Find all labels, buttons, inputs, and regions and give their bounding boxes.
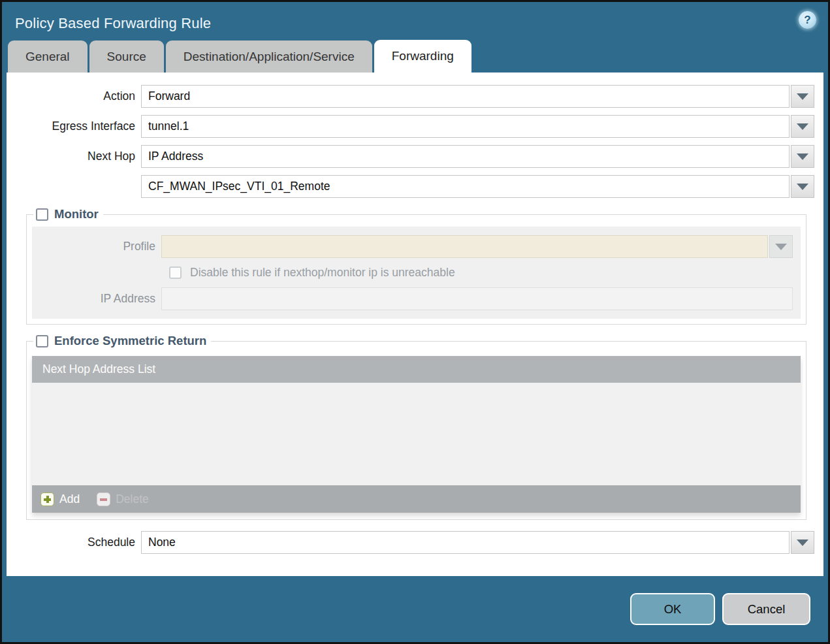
disable-rule-row: Disable this rule if nexthop/monitor ip …	[169, 266, 793, 280]
help-icon[interactable]: ?	[799, 11, 816, 29]
tab-bar: General Source Destination/Application/S…	[2, 40, 828, 72]
profile-label: Profile	[40, 240, 161, 253]
monitor-ip-address-label: IP Address	[40, 292, 161, 306]
next-hop-address-list-body[interactable]	[32, 383, 801, 485]
schedule-label: Schedule	[13, 536, 141, 549]
chevron-down-icon	[797, 123, 808, 130]
next-hop-row: Next Hop IP Address	[13, 145, 814, 168]
monitor-checkbox[interactable]	[36, 208, 48, 221]
profile-select	[161, 235, 768, 258]
tab-forwarding[interactable]: Forwarding	[374, 40, 471, 72]
egress-interface-dropdown-button[interactable]	[791, 115, 814, 138]
next-hop-address-list-header: Next Hop Address List	[32, 356, 801, 383]
schedule-dropdown-button[interactable]	[791, 531, 814, 554]
policy-based-forwarding-rule-dialog: Policy Based Forwarding Rule ? General S…	[0, 0, 830, 644]
monitor-ip-address-input	[161, 287, 793, 310]
enforce-symmetric-return-legend-label: Enforce Symmetric Return	[54, 334, 206, 348]
titlebar: Policy Based Forwarding Rule ?	[2, 2, 828, 40]
forwarding-tab-content: Action Forward Egress Interface tunnel.1…	[7, 72, 823, 576]
monitor-panel: Profile Disable this rule if nexthop/mon…	[32, 227, 801, 319]
delete-button-label: Delete	[116, 492, 149, 506]
monitor-legend-label: Monitor	[54, 207, 99, 221]
cancel-button[interactable]: Cancel	[722, 593, 810, 625]
monitor-fieldset: Monitor Profile Disable this rule if nex…	[26, 207, 806, 325]
next-hop-label: Next Hop	[13, 150, 141, 163]
egress-interface-label: Egress Interface	[13, 120, 141, 133]
next-hop-address-dropdown-button[interactable]	[791, 175, 814, 198]
chevron-down-icon	[797, 93, 808, 100]
disable-rule-label: Disable this rule if nexthop/monitor ip …	[190, 266, 455, 280]
schedule-row: Schedule None	[13, 531, 814, 554]
delete-button: Delete	[97, 492, 149, 506]
action-select[interactable]: Forward	[141, 85, 790, 108]
next-hop-address-select[interactable]: CF_MWAN_IPsec_VTI_01_Remote	[141, 175, 790, 198]
dialog-title: Policy Based Forwarding Rule	[15, 15, 211, 32]
next-hop-address-row: CF_MWAN_IPsec_VTI_01_Remote	[13, 175, 814, 198]
egress-interface-select[interactable]: tunnel.1	[141, 115, 790, 138]
next-hop-dropdown-button[interactable]	[791, 145, 814, 168]
tab-destination-application-service[interactable]: Destination/Application/Service	[166, 40, 372, 72]
enforce-symmetric-return-legend: Enforce Symmetric Return	[33, 334, 211, 348]
add-button[interactable]: Add	[40, 492, 80, 506]
monitor-ip-address-row: IP Address	[40, 287, 793, 310]
add-button-label: Add	[59, 492, 80, 506]
monitor-legend: Monitor	[33, 207, 103, 221]
profile-row: Profile	[40, 235, 793, 258]
next-hop-address-list-footer: Add Delete	[32, 485, 801, 513]
disable-rule-checkbox	[169, 266, 182, 279]
minus-icon	[97, 492, 110, 506]
ok-button[interactable]: OK	[630, 593, 715, 625]
dialog-footer: OK Cancel	[2, 576, 828, 642]
plus-icon	[40, 492, 54, 506]
next-hop-type-select[interactable]: IP Address	[141, 145, 790, 168]
schedule-select[interactable]: None	[141, 531, 790, 554]
enforce-symmetric-return-fieldset: Enforce Symmetric Return Next Hop Addres…	[26, 334, 806, 520]
chevron-down-icon	[797, 539, 808, 546]
chevron-down-icon	[775, 244, 787, 250]
action-label: Action	[13, 89, 141, 103]
enforce-symmetric-return-checkbox[interactable]	[36, 335, 48, 347]
tab-source[interactable]: Source	[89, 40, 164, 72]
action-row: Action Forward	[13, 85, 814, 108]
chevron-down-icon	[797, 153, 808, 160]
next-hop-address-list-table: Next Hop Address List Add Delete	[32, 356, 801, 513]
action-dropdown-button[interactable]	[791, 85, 814, 108]
chevron-down-icon	[797, 184, 808, 190]
egress-interface-row: Egress Interface tunnel.1	[13, 115, 814, 138]
profile-dropdown-button	[769, 235, 793, 258]
tab-general[interactable]: General	[8, 40, 88, 72]
